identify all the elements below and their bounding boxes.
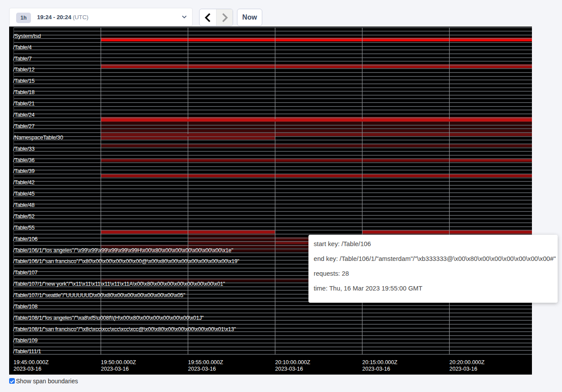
svg-text:/Table/108/1/"san francisco"/": /Table/108/1/"san francisco"/"\x8c\xcc\x…	[13, 326, 236, 332]
svg-text:/Table/42: /Table/42	[13, 179, 35, 186]
svg-text:/System/tsd: /System/tsd	[13, 33, 41, 39]
svg-text:20:20:00.000Z: 20:20:00.000Z	[450, 359, 485, 365]
svg-text:/Table/21: /Table/21	[13, 101, 35, 107]
svg-text:/Table/48: /Table/48	[13, 202, 35, 208]
svg-text:/Table/4: /Table/4	[13, 44, 32, 51]
svg-text:/Table/18: /Table/18	[13, 89, 35, 95]
svg-text:20:10:00.000Z: 20:10:00.000Z	[275, 359, 311, 365]
svg-text:/Table/52: /Table/52	[13, 213, 35, 220]
svg-text:/Table/45: /Table/45	[13, 191, 35, 197]
svg-text:/Table/27: /Table/27	[13, 123, 35, 129]
svg-text:/Table/33: /Table/33	[13, 146, 35, 152]
svg-text:/Table/107/1/"new york"/"\x11\: /Table/107/1/"new york"/"\x11\x11\x11\x1…	[13, 281, 225, 287]
svg-text:/Table/7: /Table/7	[13, 56, 32, 62]
svg-text:2023-03-16: 2023-03-16	[362, 366, 390, 372]
svg-text:2023-03-16: 2023-03-16	[14, 366, 41, 372]
svg-text:/Table/107: /Table/107	[13, 270, 37, 276]
svg-text:/Table/108/1/"los angeles"/"\x: /Table/108/1/"los angeles"/"\xa8\xf5\u00…	[13, 315, 203, 321]
svg-text:/Table/24: /Table/24	[13, 112, 35, 118]
svg-text:19:45:00.000Z: 19:45:00.000Z	[14, 359, 49, 365]
svg-text:19:55:00.000Z: 19:55:00.000Z	[188, 359, 223, 365]
svg-text:/NamespaceTable/30: /NamespaceTable/30	[13, 135, 63, 141]
svg-text:/Table/109: /Table/109	[13, 338, 37, 344]
svg-text:/Table/39: /Table/39	[13, 168, 35, 174]
svg-text:20:15:00.000Z: 20:15:00.000Z	[362, 359, 398, 365]
svg-text:/Table/36: /Table/36	[13, 157, 35, 163]
svg-text:/Table/107/1/"seattle"/"UUUUUU: /Table/107/1/"seattle"/"UUUUUUD\x00\x80\…	[13, 292, 185, 298]
svg-text:2023-03-16: 2023-03-16	[275, 366, 303, 372]
svg-text:2023-03-16: 2023-03-16	[188, 366, 216, 372]
svg-text:/Table/106: /Table/106	[13, 236, 37, 242]
svg-text:2023-03-16: 2023-03-16	[101, 366, 129, 372]
svg-text:19:50:00.000Z: 19:50:00.000Z	[101, 359, 136, 365]
svg-text:2023-03-16: 2023-03-16	[450, 366, 477, 372]
svg-text:/Table/108: /Table/108	[13, 304, 37, 310]
svg-text:/Table/15: /Table/15	[13, 78, 35, 84]
svg-text:/Table/106/1/"san francisco"/": /Table/106/1/"san francisco"/"\x80\x00\x…	[13, 258, 239, 264]
svg-text:/Table/106/1/"los angeles"/"\x: /Table/106/1/"los angeles"/"\x99\x99\x99…	[13, 247, 233, 253]
svg-text:/Table/55: /Table/55	[13, 225, 35, 231]
svg-text:/Table/111/1: /Table/111/1	[13, 348, 41, 355]
svg-text:/Table/12: /Table/12	[13, 67, 35, 73]
